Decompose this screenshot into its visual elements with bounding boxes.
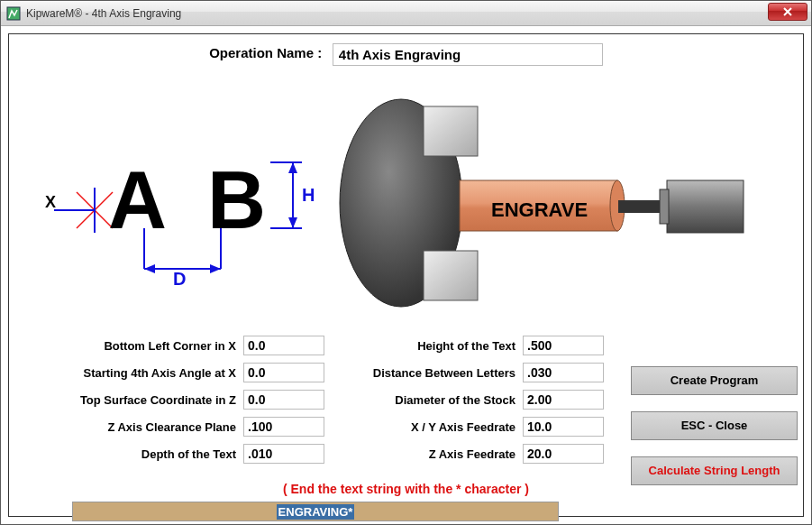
label: Distance Between Letters xyxy=(333,366,523,380)
field-xy-feedrate: X / Y Axis Feedrate xyxy=(333,413,604,440)
label: Depth of the Text xyxy=(18,447,243,461)
input-diameter-stock[interactable] xyxy=(523,390,604,410)
input-z-feedrate[interactable] xyxy=(523,444,604,464)
svg-rect-22 xyxy=(424,251,478,300)
field-z-clearance: Z Axis Clearance Plane xyxy=(18,413,324,440)
input-start-angle[interactable] xyxy=(243,363,324,382)
field-start-angle: Starting 4th Axis Angle at X xyxy=(18,359,324,386)
input-distance-letters[interactable] xyxy=(523,363,604,382)
label: Z Axis Clearance Plane xyxy=(18,420,243,434)
label: Diameter of the Stock xyxy=(333,393,523,407)
engrave-string-value: ENGRAVING* xyxy=(277,504,355,520)
field-diameter-stock: Diameter of the Stock xyxy=(333,386,604,413)
input-top-surface-z[interactable] xyxy=(243,390,324,410)
svg-text:H: H xyxy=(302,185,315,205)
app-window: KipwareM® - 4th Axis Engraving Operation… xyxy=(0,0,812,525)
window-title: KipwareM® - 4th Axis Engraving xyxy=(26,7,181,20)
close-icon xyxy=(783,7,792,16)
label: Bottom Left Corner in X xyxy=(18,339,243,353)
titlebar: KipwareM® - 4th Axis Engraving xyxy=(1,1,811,26)
operation-name-label: Operation Name : xyxy=(209,45,322,60)
esc-close-button[interactable]: ESC - Close xyxy=(631,411,798,440)
svg-text:D: D xyxy=(173,269,186,289)
svg-marker-18 xyxy=(288,217,297,228)
field-depth-text: Depth of the Text xyxy=(18,440,324,467)
operation-name-input[interactable] xyxy=(333,43,603,66)
label: X / Y Axis Feedrate xyxy=(333,420,523,434)
svg-rect-27 xyxy=(667,180,744,233)
svg-text:X: X xyxy=(45,193,56,211)
right-column: Height of the Text Distance Between Lett… xyxy=(333,332,604,502)
field-top-surface-z: Top Surface Coordinate in Z xyxy=(18,386,324,413)
svg-rect-28 xyxy=(660,189,669,224)
svg-rect-21 xyxy=(424,106,478,156)
field-height-text: Height of the Text xyxy=(333,332,604,359)
app-icon xyxy=(6,6,21,21)
input-height-text[interactable] xyxy=(523,336,604,355)
create-program-button[interactable]: Create Program xyxy=(631,366,798,395)
svg-text:A: A xyxy=(108,155,167,245)
input-depth-text[interactable] xyxy=(243,444,324,464)
input-z-clearance[interactable] xyxy=(243,417,324,437)
form-area: Bottom Left Corner in X Starting 4th Axi… xyxy=(18,332,794,502)
input-xy-feedrate[interactable] xyxy=(523,417,604,437)
label: Z Axis Feedrate xyxy=(333,447,523,461)
left-column: Bottom Left Corner in X Starting 4th Axi… xyxy=(18,332,324,502)
svg-marker-11 xyxy=(144,264,155,273)
label: Starting 4th Axis Angle at X xyxy=(18,366,243,380)
field-z-feedrate: Z Axis Feedrate xyxy=(333,440,604,467)
label: Top Surface Coordinate in Z xyxy=(18,393,243,407)
svg-marker-17 xyxy=(288,162,297,173)
operation-name-row: Operation Name : xyxy=(9,43,803,66)
engrave-string-input[interactable]: ENGRAVING* xyxy=(72,502,559,521)
field-bottom-left-x: Bottom Left Corner in X xyxy=(18,332,324,359)
client-area: Operation Name : X A B xyxy=(1,26,811,524)
svg-marker-12 xyxy=(210,264,221,273)
diagram-letters: X A B D xyxy=(36,134,315,296)
svg-text:ENGRAVE: ENGRAVE xyxy=(491,198,588,221)
field-distance-letters: Distance Between Letters xyxy=(333,359,604,386)
input-bottom-left-x[interactable] xyxy=(243,336,324,355)
close-button[interactable] xyxy=(768,3,807,21)
diagram-rotary: ENGRAVE xyxy=(333,90,766,316)
svg-text:B: B xyxy=(207,155,266,245)
button-column: Create Program ESC - Close Calculate Str… xyxy=(613,332,798,502)
footer-hint: ( End the text string with the * charact… xyxy=(9,482,803,496)
content-frame: Operation Name : X A B xyxy=(8,33,804,517)
label: Height of the Text xyxy=(333,339,523,353)
